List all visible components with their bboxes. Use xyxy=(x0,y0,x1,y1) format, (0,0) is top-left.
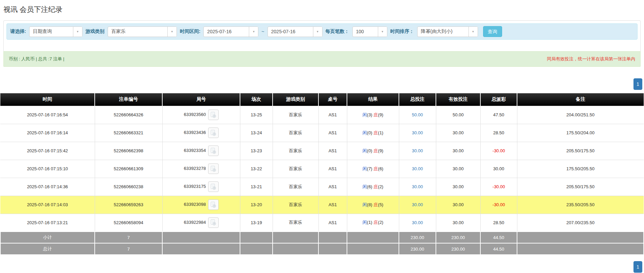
result-banker-label: 庄 xyxy=(373,166,378,171)
date-to-value: 2025-07-16 xyxy=(268,27,313,37)
result-cell: 闲(7) 庄(6) xyxy=(347,160,399,178)
video-replay-button[interactable] xyxy=(208,163,219,174)
video-replay-button[interactable] xyxy=(208,128,219,138)
video-replay-button[interactable] xyxy=(208,181,219,192)
chevron-down-icon[interactable]: ▼ xyxy=(249,27,258,37)
result-banker-label: 庄 xyxy=(373,220,378,225)
total-bet-link[interactable]: 30.00 xyxy=(412,184,423,189)
summary-empty-cell xyxy=(318,232,347,243)
time-cell: 2025-07-16 07:13:21 xyxy=(0,214,95,232)
chevron-down-icon[interactable]: ▼ xyxy=(73,27,82,37)
result-player-label: 闲 xyxy=(363,184,367,189)
chevron-down-icon[interactable]: ▼ xyxy=(468,27,478,37)
round-id: 633923436 xyxy=(184,130,206,135)
game-type-cell: 百家乐 xyxy=(273,124,318,142)
film-icon xyxy=(210,130,217,136)
summary-count-cell: 7 xyxy=(95,243,162,255)
grandtotal-row: 总计7230.00230.0044.50 xyxy=(0,243,644,255)
page-button-1[interactable]: 1 xyxy=(633,78,642,90)
filter-bar: 请选择: 日期查询 ▼ 游戏类别 百家乐 ▼ 时间区间: 2025-07-16 … xyxy=(6,23,638,40)
query-type-value: 日期查询 xyxy=(30,27,73,37)
subtotal-row: 小计7230.00230.0044.50 xyxy=(0,232,644,243)
round-cell: 633923098 xyxy=(162,196,240,214)
page-size-input[interactable]: 100 ▼ xyxy=(352,26,387,37)
game-type-select[interactable]: 百家乐 ▼ xyxy=(108,26,177,37)
remark-cell: 204.00/251.50 xyxy=(517,106,644,124)
film-icon xyxy=(210,112,217,118)
col-header-3: 场次 xyxy=(240,93,273,106)
payout-cell: -30.00 xyxy=(480,196,517,214)
result-banker-score: (6) xyxy=(378,166,383,171)
filter-panel: 请选择: 日期查询 ▼ 游戏类别 百家乐 ▼ 时间区间: 2025-07-16 … xyxy=(3,20,641,51)
currency-total-text: 币别 : 人民币 | 总共 :7 注单 | xyxy=(9,56,65,62)
time-cell: 2025-07-16 07:16:54 xyxy=(0,106,95,124)
total-bet-cell: 30.00 xyxy=(399,214,436,232)
total-bet-link[interactable]: 50.00 xyxy=(412,112,423,117)
round-cell: 633922984 xyxy=(162,214,240,232)
film-icon xyxy=(210,219,217,226)
summary-empty-cell xyxy=(162,243,240,255)
result-player-score: (6) xyxy=(367,184,372,189)
date-from-input[interactable]: 2025-07-16 ▼ xyxy=(203,26,258,37)
round-cell: 633923436 xyxy=(162,124,240,142)
video-replay-button[interactable] xyxy=(208,145,219,156)
result-player-score: (0) xyxy=(367,130,372,135)
game-type-cell: 百家乐 xyxy=(273,160,318,178)
notice-text: 同局有效投注，统一计算在该局第一张注单内 xyxy=(547,56,635,62)
table-body: 2025-07-16 07:16:54522660664326633923560… xyxy=(0,106,644,255)
time-cell: 2025-07-16 07:14:03 xyxy=(0,196,95,214)
film-icon xyxy=(210,148,217,154)
chevron-down-icon[interactable]: ▼ xyxy=(378,27,387,37)
total-bet-link[interactable]: 30.00 xyxy=(412,202,423,207)
summary-total-bet-cell: 230.00 xyxy=(399,232,436,243)
date-to-input[interactable]: 2025-07-16 ▼ xyxy=(268,26,323,37)
bet-id-cell: 522660660238 xyxy=(95,178,162,196)
query-type-select[interactable]: 日期查询 ▼ xyxy=(29,26,82,37)
result-banker-label: 庄 xyxy=(373,112,378,117)
result-player-score: (0) xyxy=(367,148,372,153)
sort-order-value: 降幂(由大到小) xyxy=(418,27,468,37)
total-bet-link[interactable]: 30.00 xyxy=(412,148,423,153)
time-cell: 2025-07-16 07:14:36 xyxy=(0,178,95,196)
game-type-cell: 百家乐 xyxy=(273,106,318,124)
video-replay-button[interactable] xyxy=(208,199,219,210)
table-row: 2025-07-16 07:16:54522660664326633923560… xyxy=(0,106,644,124)
sort-order-select[interactable]: 降幂(由大到小) ▼ xyxy=(417,26,478,37)
result-player-label: 闲 xyxy=(363,130,367,135)
total-bet-link[interactable]: 30.00 xyxy=(412,166,423,171)
table-no-cell: AS1 xyxy=(318,160,347,178)
video-replay-button[interactable] xyxy=(208,110,219,120)
col-header-1: 注单编号 xyxy=(95,93,162,106)
summary-payout-cell: 44.50 xyxy=(480,232,517,243)
total-bet-link[interactable]: 30.00 xyxy=(412,220,423,225)
total-bet-link[interactable]: 30.00 xyxy=(412,130,423,135)
result-cell: 闲(1) 庄(2) xyxy=(347,214,399,232)
total-bet-cell: 50.00 xyxy=(399,106,436,124)
result-player-label: 闲 xyxy=(363,220,367,225)
page-button-1[interactable]: 1 xyxy=(633,261,642,273)
round-cell: 633923278 xyxy=(162,160,240,178)
game-type-cell: 百家乐 xyxy=(273,196,318,214)
table-no-cell: AS1 xyxy=(318,196,347,214)
date-from-value: 2025-07-16 xyxy=(204,27,249,37)
payout-cell: -30.00 xyxy=(480,178,517,196)
result-banker-label: 庄 xyxy=(373,184,378,189)
remark-cell: 175.50/204.00 xyxy=(517,124,644,142)
col-header-9: 总派彩 xyxy=(480,93,517,106)
result-banker-score: (5) xyxy=(378,202,383,207)
chevron-down-icon[interactable]: ▼ xyxy=(313,27,322,37)
summary-label-cell: 小计 xyxy=(0,232,95,243)
video-replay-button[interactable] xyxy=(208,217,219,228)
bet-id-cell: 522660662398 xyxy=(95,142,162,160)
summary-count-cell: 7 xyxy=(95,232,162,243)
result-banker-label: 庄 xyxy=(373,148,378,153)
col-header-0: 时间 xyxy=(0,93,95,106)
search-button[interactable]: 查询 xyxy=(483,26,502,37)
chevron-down-icon[interactable]: ▼ xyxy=(167,27,177,37)
summary-empty-cell xyxy=(273,232,318,243)
result-player-label: 闲 xyxy=(363,202,367,207)
session-cell: 13-24 xyxy=(240,124,273,142)
summary-bar: 币别 : 人民币 | 总共 :7 注单 | 同局有效投注，统一计算在该局第一张注… xyxy=(3,51,641,67)
time-range-label: 时间区间: xyxy=(180,28,201,35)
session-cell: 13-25 xyxy=(240,106,273,124)
